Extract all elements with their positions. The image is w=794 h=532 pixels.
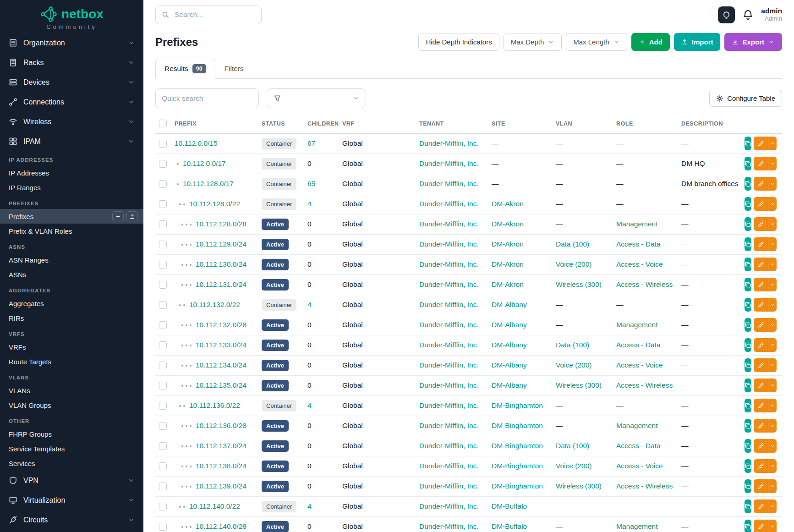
prefix-link[interactable]: 10.112.128.0/28 (196, 220, 246, 228)
vlan-link[interactable]: Data (100) (556, 341, 589, 349)
row-checkbox[interactable] (159, 220, 167, 228)
import-button[interactable]: Import (674, 33, 721, 51)
tenant-link[interactable]: Dunder-Mifflin, Inc. (419, 301, 479, 308)
row-checkbox[interactable] (159, 462, 167, 470)
prefix-link[interactable]: 10.112.136.0/28 (196, 422, 246, 429)
configure-table-button[interactable]: Configure Table (709, 90, 782, 107)
prefix-link[interactable]: 10.112.137.0/24 (196, 442, 246, 450)
sidebar-item-ip-ranges[interactable]: IP Ranges (0, 180, 143, 195)
edit-button[interactable] (754, 520, 768, 532)
copy-button[interactable] (745, 338, 751, 352)
max-length-dropdown[interactable]: Max Length (566, 33, 627, 51)
sidebar-item-vlans[interactable]: VLANs (0, 383, 143, 398)
tenant-link[interactable]: Dunder-Mifflin, Inc. (419, 159, 479, 167)
copy-button[interactable] (745, 358, 751, 372)
copy-button[interactable] (745, 258, 751, 271)
edit-dropdown-button[interactable] (768, 278, 777, 291)
saved-filter-select[interactable] (288, 88, 366, 108)
children-link[interactable]: 67 (307, 139, 315, 147)
copy-button[interactable] (745, 499, 751, 513)
vlan-link[interactable]: Data (100) (556, 442, 589, 450)
column-header-prefix[interactable]: PREFIX (171, 115, 258, 133)
vlan-link[interactable]: Wireless (300) (556, 280, 602, 288)
sidebar-item-racks[interactable]: Racks (0, 53, 143, 72)
role-link[interactable]: Access - Wireless (616, 381, 673, 389)
edit-dropdown-button[interactable] (768, 499, 777, 513)
edit-dropdown-button[interactable] (768, 137, 777, 150)
edit-button[interactable] (754, 378, 768, 392)
column-header-tenant[interactable]: TENANT (416, 115, 488, 133)
copy-button[interactable] (745, 157, 751, 170)
select-all-checkbox[interactable] (159, 120, 167, 127)
edit-dropdown-button[interactable] (768, 237, 777, 251)
tenant-link[interactable]: Dunder-Mifflin, Inc. (419, 240, 479, 248)
site-link[interactable]: DM-Akron (492, 280, 524, 288)
row-checkbox[interactable] (159, 341, 167, 349)
edit-dropdown-button[interactable] (768, 479, 777, 493)
column-header-site[interactable]: SITE (488, 115, 552, 133)
role-link[interactable]: Access - Data (616, 442, 660, 450)
role-link[interactable]: Management (616, 321, 657, 329)
tenant-link[interactable]: Dunder-Mifflin, Inc. (419, 502, 479, 510)
notifications-button[interactable] (742, 9, 754, 21)
edit-button[interactable] (754, 419, 768, 433)
sidebar-item-devices[interactable]: Devices (0, 72, 143, 92)
tenant-link[interactable]: Dunder-Mifflin, Inc. (419, 321, 479, 329)
prefix-link[interactable]: 10.112.131.0/24 (196, 280, 246, 288)
sidebar-item-connections[interactable]: Connections (0, 92, 143, 112)
edit-dropdown-button[interactable] (768, 298, 777, 312)
tab-filters[interactable]: Filters (215, 59, 253, 79)
export-button[interactable]: Export (724, 33, 782, 51)
children-link[interactable]: 4 (307, 401, 312, 409)
prefix-link[interactable]: 10.112.139.0/24 (196, 482, 246, 490)
prefix-link[interactable]: 10.112.138.0/24 (196, 462, 246, 470)
sidebar-item-service-templates[interactable]: Service Templates (0, 441, 143, 456)
edit-dropdown-button[interactable] (768, 338, 777, 352)
copy-button[interactable] (745, 217, 751, 231)
filter-button[interactable] (267, 88, 288, 108)
copy-button[interactable] (745, 197, 751, 211)
edit-button[interactable] (754, 318, 768, 332)
role-link[interactable]: Access - Data (616, 341, 660, 349)
sidebar-item-ipam[interactable]: IPAM (0, 132, 143, 151)
tenant-link[interactable]: Dunder-Mifflin, Inc. (419, 180, 479, 187)
edit-dropdown-button[interactable] (768, 358, 777, 372)
site-link[interactable]: DM-Binghamton (492, 482, 543, 490)
sidebar-item-services[interactable]: Services (0, 456, 143, 471)
site-link[interactable]: DM-Binghamton (492, 401, 543, 409)
row-checkbox[interactable] (159, 200, 167, 208)
global-search[interactable] (155, 5, 262, 24)
copy-button[interactable] (745, 419, 751, 433)
hide-depth-indicators-button[interactable]: Hide Depth Indicators (418, 33, 499, 51)
prefix-link[interactable]: 10.112.136.0/22 (189, 401, 240, 409)
row-checkbox[interactable] (159, 503, 167, 510)
role-link[interactable]: Access - Voice (616, 361, 663, 369)
column-header-description[interactable]: DESCRIPTION (678, 115, 742, 133)
prefix-link[interactable]: 10.112.128.0/22 (189, 200, 240, 208)
edit-button[interactable] (754, 217, 768, 231)
tenant-link[interactable]: Dunder-Mifflin, Inc. (419, 200, 479, 208)
row-checkbox[interactable] (159, 362, 167, 369)
edit-button[interactable] (754, 459, 768, 473)
site-link[interactable]: DM-Buffalo (492, 522, 527, 530)
tenant-link[interactable]: Dunder-Mifflin, Inc. (419, 341, 479, 349)
edit-dropdown-button[interactable] (768, 419, 777, 433)
edit-button[interactable] (754, 258, 768, 271)
copy-button[interactable] (745, 399, 751, 412)
sidebar-item-aggregates[interactable]: Aggregates (0, 296, 143, 311)
sidebar-item-rirs[interactable]: RIRs (0, 311, 143, 325)
edit-button[interactable] (754, 137, 768, 150)
edit-button[interactable] (754, 338, 768, 352)
edit-button[interactable] (754, 399, 768, 412)
children-link[interactable]: 65 (307, 180, 315, 187)
sidebar-item-vrfs[interactable]: VRFs (0, 340, 143, 354)
vlan-link[interactable]: Voice (200) (556, 361, 591, 369)
prefix-link[interactable]: 10.112.130.0/24 (196, 260, 246, 268)
role-link[interactable]: Access - Voice (616, 260, 663, 268)
tenant-link[interactable]: Dunder-Mifflin, Inc. (419, 220, 479, 228)
edit-button[interactable] (754, 197, 768, 211)
edit-button[interactable] (754, 439, 768, 453)
role-link[interactable]: Access - Voice (616, 462, 663, 470)
prefix-link[interactable]: 10.112.0.0/15 (175, 139, 218, 147)
column-header-vlan[interactable]: VLAN (552, 115, 613, 133)
